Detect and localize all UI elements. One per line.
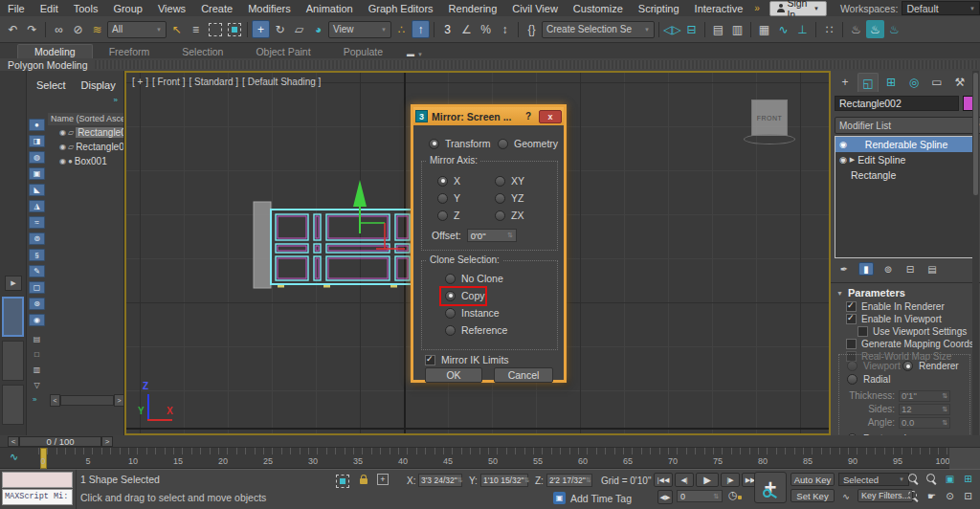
select-object-icon[interactable]: ↖ bbox=[167, 20, 186, 38]
filter-visibility-icon[interactable]: ◉ bbox=[29, 314, 45, 326]
filter-shapes-icon[interactable]: ◮ bbox=[29, 200, 45, 212]
z-coordinate-field[interactable]: 2'2 17/32" ⇅ bbox=[546, 474, 592, 487]
spinner-icon[interactable]: ⇅ bbox=[942, 419, 947, 427]
eye-icon[interactable]: ◉ bbox=[839, 140, 847, 149]
mini-curve-editor-icon[interactable]: ∿ bbox=[10, 451, 18, 463]
align-icon[interactable]: ⊟ bbox=[682, 20, 701, 38]
ribbon-tab-object-paint[interactable]: Object Paint bbox=[239, 45, 326, 58]
radio-transform-icon[interactable] bbox=[429, 139, 439, 149]
select-by-name-icon[interactable]: ≡ bbox=[187, 20, 205, 38]
stack-row-renderable-spline[interactable]: ◉Renderable Spline bbox=[835, 137, 975, 152]
rendered-frame-window-icon[interactable]: ♨ bbox=[866, 20, 884, 38]
ribbon-tab-freeform[interactable]: Freeform bbox=[93, 45, 167, 58]
modify-tab-icon[interactable]: ◱ bbox=[858, 73, 879, 92]
checkbox-icon[interactable] bbox=[846, 301, 857, 312]
eye-icon[interactable]: ◉ bbox=[59, 128, 66, 137]
select-and-scale-icon[interactable]: ▱ bbox=[290, 20, 308, 38]
remove-modifier-icon[interactable]: ⊟ bbox=[902, 262, 918, 276]
utilities-tab-icon[interactable]: ⚒ bbox=[949, 73, 970, 92]
checkbox-icon[interactable] bbox=[425, 355, 435, 365]
select-and-move-ic[interactable]: + bbox=[252, 20, 270, 38]
ok-button[interactable]: OK bbox=[425, 367, 482, 383]
explorer-row-box001[interactable]: ◉●Box001 bbox=[48, 154, 124, 168]
toggle-scene-explorer-icon[interactable]: ▤ bbox=[709, 20, 727, 38]
snaps-toggle-3d-icon[interactable]: 3 bbox=[438, 20, 457, 38]
explorer-filter-icon[interactable]: ▽ bbox=[29, 379, 45, 391]
dialog-close-button[interactable]: x bbox=[539, 110, 562, 123]
dialog-help-button[interactable]: ? bbox=[522, 111, 535, 122]
add-time-tag-label[interactable]: Add Time Tag bbox=[570, 493, 632, 504]
filter-bones-icon[interactable]: § bbox=[29, 249, 45, 261]
radio-icon[interactable] bbox=[445, 325, 456, 336]
viewport-layout-tab[interactable] bbox=[2, 341, 24, 381]
scroll-left-button[interactable]: < bbox=[50, 394, 60, 407]
create-tab-icon[interactable]: + bbox=[835, 73, 856, 92]
render-setup-icon[interactable]: ♨ bbox=[847, 20, 865, 38]
spinner-icon[interactable]: ⇅ bbox=[507, 232, 513, 239]
key-selection-dropdown[interactable]: Selected ▼ bbox=[838, 473, 909, 486]
filter-space-warps-icon[interactable]: ≈ bbox=[29, 216, 45, 229]
key-mode-toggle-button[interactable]: ◀▶ bbox=[657, 490, 673, 504]
spinner-icon[interactable]: ⇅ bbox=[942, 406, 947, 413]
menu-views[interactable]: Views bbox=[150, 3, 193, 14]
viewport-shading-label[interactable]: [ Default Shading ] bbox=[242, 77, 321, 87]
selection-lock-icon[interactable] bbox=[360, 478, 368, 484]
workspace-dropdown[interactable]: Default▼ bbox=[902, 1, 980, 15]
set-keys-button[interactable]: + bbox=[754, 472, 787, 503]
mirror-axis-x-radio[interactable]: X bbox=[437, 175, 460, 187]
explorer-overflow-chevron[interactable]: » bbox=[114, 96, 118, 104]
menu-rendering[interactable]: Rendering bbox=[441, 3, 505, 14]
maxscript-mini-listener-output[interactable] bbox=[2, 472, 73, 488]
radio-icon[interactable] bbox=[847, 374, 858, 385]
scroll-right-button[interactable]: > bbox=[114, 394, 124, 407]
radio-icon[interactable] bbox=[437, 210, 448, 221]
viewport-layout-tab-active[interactable] bbox=[2, 297, 24, 337]
y-coordinate-field[interactable]: 1'10 15/32" ⇅ bbox=[480, 474, 528, 487]
angle-snap-toggle-icon[interactable]: ∠ bbox=[457, 20, 476, 38]
select-and-manipulate-icon[interactable]: ↑ bbox=[412, 20, 430, 38]
radio-icon[interactable] bbox=[495, 193, 505, 204]
use-pivot-point-center-icon[interactable]: ∴ bbox=[392, 20, 411, 38]
select-and-rotate-icon[interactable]: ↻ bbox=[271, 20, 289, 38]
transform-gizmo-icon[interactable]: + bbox=[377, 474, 389, 485]
menu-modifiers[interactable]: Modifiers bbox=[240, 3, 299, 14]
offset-field[interactable]: 0'0" ⇅ bbox=[467, 229, 517, 242]
explorer-detail-icon[interactable]: ▥ bbox=[29, 364, 45, 376]
filter-systems-icon[interactable]: ⊚ bbox=[29, 232, 45, 245]
configure-modifier-sets-icon[interactable]: ▤ bbox=[924, 262, 940, 276]
eye-icon[interactable]: ◉ bbox=[59, 143, 66, 151]
show-end-result-icon[interactable]: ▮ bbox=[858, 262, 874, 276]
checkbox-icon[interactable] bbox=[846, 314, 857, 324]
clone-no-clone-radio[interactable]: No Clone bbox=[445, 273, 503, 284]
scrollbar-track[interactable] bbox=[60, 395, 114, 406]
filter-overflow-chevron[interactable]: » bbox=[33, 395, 36, 404]
toggle-ribbon-icon[interactable]: ▦ bbox=[755, 20, 773, 38]
mirror-axis-yz-radio[interactable]: YZ bbox=[495, 192, 523, 204]
eye-icon[interactable]: ◉ bbox=[839, 155, 847, 165]
eye-icon[interactable]: ◉ bbox=[59, 157, 66, 166]
time-slider-prev-button[interactable]: < bbox=[8, 436, 19, 447]
selection-filter-dropdown[interactable]: All▼ bbox=[107, 21, 167, 38]
ribbon-tab-selection[interactable]: Selection bbox=[166, 45, 239, 58]
explorer-tab-select[interactable]: Select bbox=[36, 79, 66, 91]
checkbox-enable-in-renderer[interactable]: Enable In Renderer bbox=[846, 300, 945, 312]
spinner-icon[interactable]: ⇅ bbox=[523, 476, 529, 484]
set-key-button[interactable]: Set Key bbox=[791, 489, 835, 502]
clone-reference-radio[interactable]: Reference bbox=[445, 324, 507, 336]
isolate-selection-icon[interactable] bbox=[336, 475, 349, 488]
spinner-icon[interactable]: ⇅ bbox=[942, 392, 947, 400]
transform-radio[interactable]: Transform bbox=[429, 138, 490, 149]
menu-civil-view[interactable]: Civil View bbox=[504, 3, 565, 14]
filter-paint-icon[interactable]: ✎ bbox=[29, 265, 45, 277]
spinner-field[interactable]: 0.0⇅ bbox=[899, 417, 950, 429]
expand-panel-arrow-button[interactable]: ▶ bbox=[5, 276, 22, 291]
maximize-viewport-toggle-icon[interactable]: ⊡ bbox=[960, 489, 976, 503]
filter-cameras-icon[interactable]: ▣ bbox=[29, 167, 45, 180]
geometry-radio[interactable]: Geometry bbox=[498, 138, 558, 149]
ribbon-overflow-button[interactable]: ▬▼ bbox=[407, 50, 423, 58]
explorer-horizontal-scrollbar[interactable]: < > bbox=[50, 394, 124, 407]
explorer-tab-display[interactable]: Display bbox=[81, 79, 116, 91]
x-coordinate-field[interactable]: 3'3 24/32" ⇅ bbox=[418, 474, 462, 487]
zoom-icon[interactable] bbox=[905, 472, 922, 486]
ribbon-tab-modeling[interactable]: Modeling bbox=[17, 44, 93, 58]
